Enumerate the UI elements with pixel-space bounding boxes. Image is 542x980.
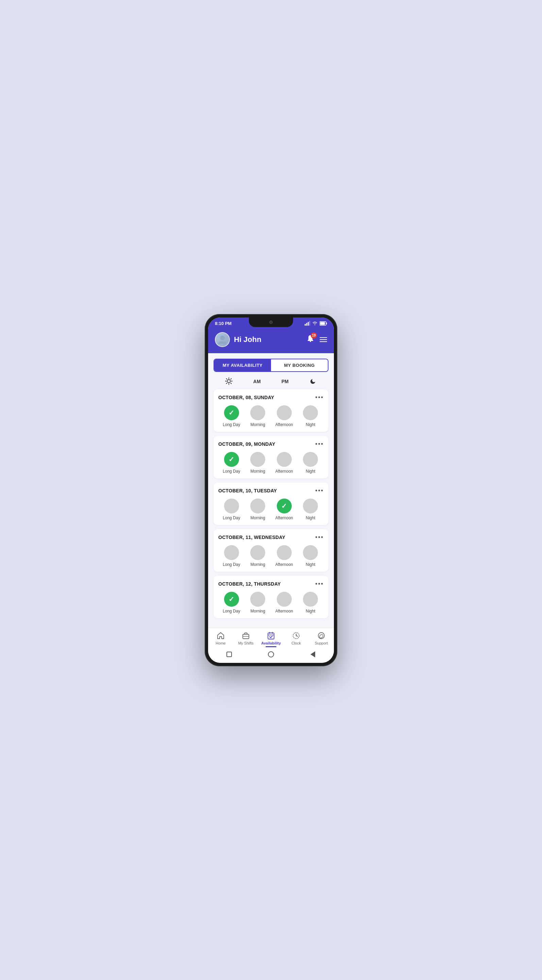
nav-clock[interactable]: Clock [284,632,309,645]
shift-item[interactable]: Morning [245,498,271,520]
shift-item[interactable]: Afternoon [271,452,298,474]
nav-support[interactable]: Support [309,632,334,645]
nav-availability[interactable]: Availability [258,632,284,645]
shift-item[interactable]: Afternoon [271,545,298,567]
shift-label: Morning [250,515,265,520]
svg-line-15 [231,379,231,379]
shift-item[interactable]: Morning [245,545,271,567]
shift-circle-active: ✓ [224,405,239,420]
checkmark-icon: ✓ [228,595,234,603]
svg-line-16 [227,383,227,383]
day-header: OCTOBER, 12, THURSDAY••• [218,581,324,588]
shift-label: Afternoon [276,515,293,520]
nav-my-shifts[interactable]: My Shifts [233,632,258,645]
shift-label: Night [306,609,315,614]
checkmark-icon: ✓ [228,455,234,463]
shift-circle-inactive [303,545,318,560]
shift-label: Afternoon [276,609,293,614]
nav-support-label: Support [315,641,328,645]
shift-item[interactable]: Afternoon [271,405,298,427]
shift-circle-active: ✓ [224,592,239,607]
svg-rect-19 [268,633,274,639]
shift-item[interactable]: Night [298,452,324,474]
android-square-btn[interactable] [225,651,233,658]
tab-bar: MY AVAILABILITY MY BOOKING [214,359,328,372]
phone-frame: 8:10 PM [205,314,337,666]
shift-item[interactable]: Morning [245,592,271,614]
checkmark-icon: ✓ [228,409,234,417]
shift-item[interactable]: ✓Long Day [218,405,245,427]
column-headers: AM PM [214,377,328,386]
calendar-check-icon [267,632,275,640]
shift-row: Long DayMorning✓AfternoonNight [218,498,324,520]
day-card: OCTOBER, 10, TUESDAY•••Long DayMorning✓A… [214,482,328,525]
status-time: 8:10 PM [215,321,231,326]
shift-item[interactable]: ✓Long Day [218,592,245,614]
shift-circle-inactive [250,545,265,560]
shift-circle-inactive [277,452,292,467]
checkmark-icon: ✓ [281,502,287,510]
svg-rect-6 [320,322,325,325]
svg-point-7 [220,336,225,340]
shift-circle-active: ✓ [224,452,239,467]
day-card: OCTOBER, 12, THURSDAY•••✓Long DayMorning… [214,576,328,618]
more-options-button[interactable]: ••• [315,394,324,401]
shift-item[interactable]: Night [298,545,324,567]
tab-my-booking[interactable]: MY BOOKING [271,360,328,371]
back-icon [311,651,315,657]
shift-item[interactable]: Afternoon [271,592,298,614]
shift-item[interactable]: Morning [245,452,271,474]
wifi-icon [312,321,318,326]
shift-item[interactable]: Long Day [218,498,245,520]
battery-icon [320,321,327,326]
shift-label: Night [306,515,315,520]
shift-item[interactable]: ✓Afternoon [271,498,298,520]
day-card: OCTOBER, 08, SUNDAY•••✓Long DayMorningAf… [214,389,328,432]
android-home-btn[interactable] [267,651,275,658]
briefcase-icon [242,632,250,640]
bottom-nav: Home My Shifts Ava [208,628,334,647]
shift-circle-inactive [303,452,318,467]
menu-line-2 [320,339,327,340]
header-right: 19 [306,334,327,345]
status-icons [305,321,327,326]
shift-item[interactable]: Night [298,592,324,614]
shift-label: Long Day [223,515,240,520]
shift-circle-inactive [303,498,318,514]
shift-item[interactable]: Night [298,498,324,520]
more-options-button[interactable]: ••• [315,487,324,495]
main-content: MY AVAILABILITY MY BOOKING [208,353,334,628]
shift-circle-inactive [224,498,239,514]
col-header-sun [215,377,243,386]
shift-label: Afternoon [276,469,293,474]
shift-circle-inactive [250,592,265,607]
phone-screen: 8:10 PM [208,318,334,663]
day-header: OCTOBER, 08, SUNDAY••• [218,394,324,401]
nav-clock-label: Clock [292,641,301,645]
more-options-button[interactable]: ••• [315,534,324,541]
shift-item[interactable]: Long Day [218,545,245,567]
col-header-am: AM [243,379,271,384]
notification-bell[interactable]: 19 [306,334,315,345]
day-title: OCTOBER, 10, TUESDAY [218,488,277,493]
shift-item[interactable]: ✓Long Day [218,452,245,474]
shift-label: Long Day [223,469,240,474]
shift-item[interactable]: Morning [245,405,271,427]
avatar-image [216,333,229,347]
svg-point-8 [227,379,231,382]
shift-label: Morning [250,562,265,567]
more-options-button[interactable]: ••• [315,441,324,448]
android-nav [208,647,334,663]
svg-rect-2 [308,322,309,326]
whatsapp-icon [317,632,325,640]
nav-home[interactable]: Home [208,632,233,645]
android-back-btn[interactable] [309,651,317,658]
more-options-button[interactable]: ••• [315,581,324,588]
shift-item[interactable]: Night [298,405,324,427]
menu-line-1 [320,337,327,338]
tab-my-availability[interactable]: MY AVAILABILITY [214,360,271,371]
menu-button[interactable] [320,337,327,342]
day-card: OCTOBER, 09, MONDAY•••✓Long DayMorningAf… [214,436,328,479]
square-icon [227,652,232,657]
shift-label: Morning [250,469,265,474]
